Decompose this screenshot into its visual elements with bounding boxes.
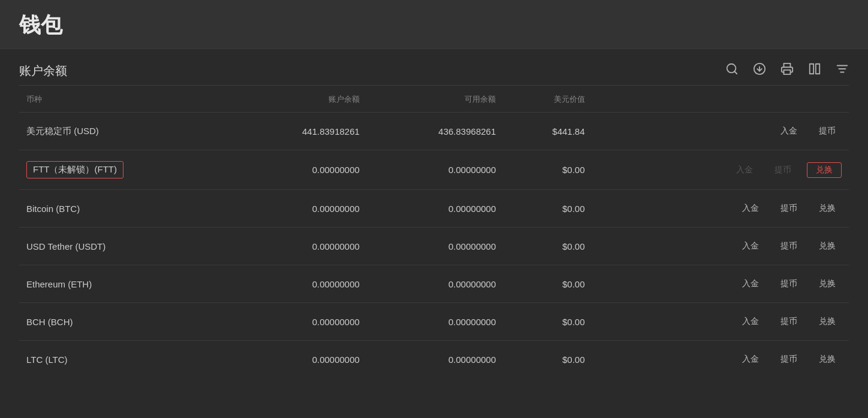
header-available: 可用余额 [367,86,503,113]
print-icon[interactable] [780,62,794,79]
table-header-row: 币种 账户余额 可用余额 美元价值 [19,86,849,113]
convert-button[interactable]: 兑换 [813,276,842,292]
table-row: Bitcoin (BTC)0.000000000.00000000$0.00入金… [19,190,849,228]
actions-cell: 入金提币兑换 [592,341,849,378]
section-title: 账户余额 [19,63,67,79]
available-cell: 0.00000000 [367,303,503,341]
svg-line-1 [734,71,737,74]
usd-value-cell: $0.00 [503,265,592,303]
available-cell: 0.00000000 [367,228,503,265]
usd-value-cell: $0.00 [503,341,592,378]
currency-cell: FTT（未解锁）(FTT) [19,150,231,190]
header-actions [592,86,849,113]
main-content: 账户余额 [0,49,868,378]
filter-icon[interactable] [836,62,849,79]
convert-button[interactable]: 兑换 [807,162,842,178]
header-usd-value: 美元价值 [503,86,592,113]
balance-cell: 0.00000000 [231,303,367,341]
usd-value-cell: $0.00 [503,150,592,190]
deposit-button[interactable]: 入金 [736,201,765,216]
table-row: LTC (LTC)0.000000000.00000000$0.00入金提币兑换 [19,341,849,378]
available-cell: 0.00000000 [367,341,503,378]
withdraw-button[interactable]: 提币 [774,201,803,216]
actions-cell: 入金提币兑换 [592,303,849,341]
withdraw-button[interactable]: 提币 [774,276,803,292]
currency-cell: LTC (LTC) [19,341,231,378]
deposit-button[interactable]: 入金 [774,123,803,139]
withdraw-button[interactable]: 提币 [774,352,803,367]
svg-rect-6 [816,64,819,74]
actions-cell: 入金提币兑换 [592,228,849,265]
svg-rect-5 [810,64,813,74]
balance-cell: 0.00000000 [231,150,367,190]
available-cell: 0.00000000 [367,150,503,190]
deposit-button[interactable]: 入金 [736,238,765,254]
header-balance: 账户余额 [231,86,367,113]
columns-icon[interactable] [808,62,821,79]
withdraw-button: 提币 [768,162,797,178]
convert-button[interactable]: 兑换 [813,352,842,367]
page-header: 钱包 [0,0,868,49]
usd-value-cell: $0.00 [503,303,592,341]
withdraw-button[interactable]: 提币 [813,123,842,139]
convert-button[interactable]: 兑换 [813,314,842,329]
table-row: BCH (BCH)0.000000000.00000000$0.00入金提币兑换 [19,303,849,341]
available-cell: 436.83968261 [367,113,503,150]
usd-value-cell: $0.00 [503,228,592,265]
currency-cell: USD Tether (USDT) [19,228,231,265]
withdraw-button[interactable]: 提币 [774,314,803,329]
usd-value-cell: $441.84 [503,113,592,150]
page-title: 钱包 [19,11,849,40]
wallet-table: 币种 账户余额 可用余额 美元价值 美元稳定币 (USD)441.8391826… [19,86,849,378]
section-header: 账户余额 [19,49,849,86]
table-row: FTT（未解锁）(FTT)0.000000000.00000000$0.00入金… [19,150,849,190]
table-row: Ethereum (ETH)0.000000000.00000000$0.00入… [19,265,849,303]
deposit-button[interactable]: 入金 [736,314,765,329]
currency-cell: 美元稳定币 (USD) [19,113,231,150]
balance-cell: 0.00000000 [231,228,367,265]
actions-cell: 入金提币 [592,113,849,150]
currency-cell: Bitcoin (BTC) [19,190,231,228]
svg-rect-4 [784,70,791,74]
download-icon[interactable] [753,62,766,79]
search-icon[interactable] [725,62,739,79]
convert-button[interactable]: 兑换 [813,201,842,216]
usd-value-cell: $0.00 [503,190,592,228]
balance-cell: 0.00000000 [231,265,367,303]
table-row: 美元稳定币 (USD)441.83918261436.83968261$441.… [19,113,849,150]
actions-cell: 入金提币兑换 [592,150,849,190]
balance-cell: 441.83918261 [231,113,367,150]
actions-cell: 入金提币兑换 [592,190,849,228]
balance-cell: 0.00000000 [231,341,367,378]
currency-cell: BCH (BCH) [19,303,231,341]
available-cell: 0.00000000 [367,265,503,303]
convert-button[interactable]: 兑换 [813,238,842,254]
table-row: USD Tether (USDT)0.000000000.00000000$0.… [19,228,849,265]
ftt-name-highlight: FTT（未解锁）(FTT) [26,161,123,178]
balance-cell: 0.00000000 [231,190,367,228]
header-currency: 币种 [19,86,231,113]
withdraw-button[interactable]: 提币 [774,238,803,254]
deposit-button: 入金 [730,162,759,178]
actions-cell: 入金提币兑换 [592,265,849,303]
deposit-button[interactable]: 入金 [736,276,765,292]
deposit-button[interactable]: 入金 [736,352,765,367]
currency-cell: Ethereum (ETH) [19,265,231,303]
available-cell: 0.00000000 [367,190,503,228]
toolbar-icons [725,62,849,79]
